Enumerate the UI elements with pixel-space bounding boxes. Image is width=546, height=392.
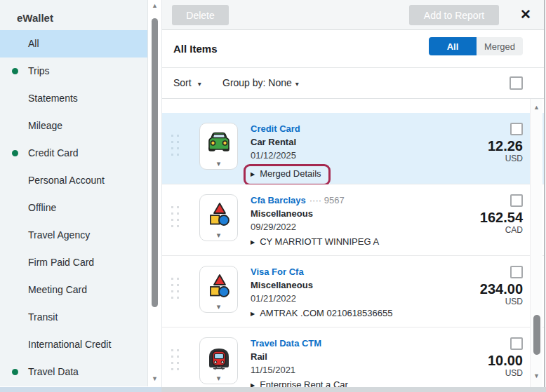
currency: USD	[505, 154, 523, 164]
ewallet-sidebar: eWallet All Trips Statements Mileage Cre…	[0, 0, 148, 386]
item-checkbox[interactable]	[510, 266, 523, 278]
chevron-down-icon: ▾	[200, 230, 237, 240]
drag-handle-icon[interactable]	[171, 349, 180, 387]
amount: 234.00	[480, 281, 523, 297]
drag-handle-icon[interactable]	[171, 135, 180, 184]
sidebar-item-label: Travel Data	[28, 366, 79, 377]
expense-date: 01/12/2025	[251, 149, 331, 162]
expense-details: Travel Data CTM Rail 11/15/2021 ▶Enterpr…	[251, 337, 348, 387]
chevron-down-icon: ▾	[200, 158, 237, 168]
sidebar-item-travel-data[interactable]: Travel Data	[0, 358, 147, 386]
row-right: 234.00 USD	[480, 266, 523, 327]
sidebar-item-credit-card[interactable]: Credit Card	[0, 140, 147, 167]
sidebar-item-mileage[interactable]: Mileage	[0, 112, 147, 140]
item-checkbox[interactable]	[510, 123, 523, 135]
amount: 162.54	[480, 210, 523, 225]
window-right-edge	[544, 0, 545, 392]
sidebar-item-firm-paid-card[interactable]: Firm Paid Card	[0, 249, 147, 276]
horizontal-scrollbar-track[interactable]	[0, 387, 546, 392]
scroll-up-icon[interactable]: ▲	[148, 1, 161, 10]
amount: 12.26	[488, 138, 523, 154]
expand-arrow-icon: ▶	[251, 311, 255, 317]
sidebar-title: eWallet	[0, 0, 147, 30]
page-title: All Items	[173, 43, 218, 55]
delete-button[interactable]: Delete	[172, 5, 229, 25]
sidebar-item-label: Offline	[28, 202, 56, 213]
card-shapes-icon	[205, 273, 233, 299]
expense-details: Credit Card Car Rental 01/12/2025 ▶Merge…	[251, 122, 331, 184]
items-header: All Items All Merged	[162, 30, 544, 68]
active-dot-icon	[12, 150, 18, 156]
sidebar-item-all[interactable]: All	[0, 30, 147, 58]
add-to-report-button[interactable]: Add to Report	[409, 5, 499, 25]
horizontal-scrollbar-segment	[0, 387, 161, 392]
list-scrollbar-thumb[interactable]	[533, 315, 540, 355]
drag-handle-icon[interactable]	[171, 278, 180, 327]
chevron-down-icon: ▾	[295, 80, 299, 88]
vendor-details-toggle[interactable]: ▶CY MARRIOTT WINNIPEG A	[251, 235, 379, 250]
sidebar-item-statements[interactable]: Statements	[0, 85, 147, 112]
source-link[interactable]: Credit Card	[251, 123, 300, 134]
sidebar-item-label: International Credit	[28, 339, 111, 350]
scroll-up-icon[interactable]: ▲	[531, 103, 542, 111]
sidebar-item-travel-agency[interactable]: Travel Agency	[0, 222, 147, 249]
group-by-dropdown[interactable]: Group by: None▾	[222, 77, 299, 88]
sidebar-item-label: Meeting Card	[28, 284, 87, 295]
amount: 10.00	[488, 353, 523, 368]
chevron-down-icon: ▾	[198, 80, 201, 88]
select-all-checkbox[interactable]	[510, 76, 523, 90]
sidebar-scrollbar[interactable]: ▲ ▼	[148, 0, 161, 387]
toggle-all[interactable]: All	[429, 37, 477, 55]
expense-row-cfa-barclays[interactable]: ▾ Cfa Barclays···· 9567 Miscellaneous 09…	[162, 184, 544, 256]
active-dot-icon	[12, 68, 18, 74]
currency: USD	[505, 368, 523, 379]
close-icon[interactable]: ✕	[520, 7, 531, 22]
expense-type: Miscellaneous	[251, 207, 379, 220]
sidebar-item-transit[interactable]: Transit	[0, 304, 147, 331]
sidebar-item-label: Mileage	[28, 120, 62, 131]
expand-arrow-icon: ▶	[251, 171, 255, 177]
chevron-down-icon: ▾	[200, 373, 237, 383]
sidebar-item-label: Firm Paid Card	[28, 257, 94, 268]
item-checkbox[interactable]	[510, 337, 523, 350]
source-link[interactable]: Cfa Barclays	[251, 195, 306, 205]
metro-icon	[206, 344, 232, 371]
merged-details-toggle[interactable]: ▶Merged Details	[244, 164, 331, 186]
sidebar-item-trips[interactable]: Trips	[0, 58, 147, 85]
all-merged-toggle: All Merged	[429, 37, 523, 55]
sidebar-item-meeting-card[interactable]: Meeting Card	[0, 276, 147, 304]
expense-details: Cfa Barclays···· 9567 Miscellaneous 09/2…	[251, 194, 379, 255]
expand-arrow-icon: ▶	[251, 239, 255, 245]
scroll-down-icon[interactable]: ▼	[148, 374, 161, 383]
toggle-merged[interactable]: Merged	[477, 37, 523, 55]
sort-dropdown[interactable]: Sort▾	[173, 77, 201, 88]
expense-type: Miscellaneous	[251, 278, 392, 292]
sidebar-item-personal-account[interactable]: Personal Account	[0, 167, 147, 194]
sidebar-item-offline[interactable]: Offline	[0, 194, 147, 222]
expense-type-dropdown[interactable]: ▾	[199, 337, 238, 384]
active-dot-icon	[12, 369, 18, 375]
sidebar-item-international-credit[interactable]: International Credit	[0, 331, 147, 358]
expense-type-dropdown[interactable]: ▾	[199, 123, 238, 170]
vendor-details-toggle[interactable]: ▶AMTRAK .COM 0210618536655	[251, 306, 392, 321]
expense-date: 11/15/2021	[251, 363, 348, 377]
currency: USD	[505, 297, 523, 307]
drag-handle-icon[interactable]	[171, 206, 180, 255]
expense-type-dropdown[interactable]: ▾	[199, 194, 238, 241]
item-checkbox[interactable]	[510, 194, 523, 207]
sidebar-scrollbar-thumb[interactable]	[152, 18, 158, 307]
expense-row-travel-data-ctm[interactable]: ▾ Travel Data CTM Rail 11/15/2021 ▶Enter…	[162, 327, 544, 387]
expense-row-car-rental[interactable]: ▾ Credit Card Car Rental 01/12/2025 ▶Mer…	[162, 113, 544, 184]
scroll-down-icon[interactable]: ▼	[531, 372, 542, 380]
row-right: 10.00 USD	[488, 337, 523, 387]
sidebar-item-label: All	[28, 38, 39, 49]
source-link[interactable]: Travel Data CTM	[251, 338, 321, 349]
list-scrollbar[interactable]: ▲ ▼	[530, 99, 542, 387]
expense-row-visa-for-cfa[interactable]: ▾ Visa For Cfa Miscellaneous 01/21/2022 …	[162, 256, 544, 327]
source-link[interactable]: Visa For Cfa	[251, 266, 304, 277]
car-icon	[206, 130, 232, 152]
expense-type-dropdown[interactable]: ▾	[199, 266, 238, 313]
expense-date: 01/21/2022	[251, 292, 392, 305]
sidebar-item-label: Credit Card	[28, 147, 79, 158]
vendor-details-toggle[interactable]: ▶Enterprise Rent a Car	[251, 378, 348, 387]
